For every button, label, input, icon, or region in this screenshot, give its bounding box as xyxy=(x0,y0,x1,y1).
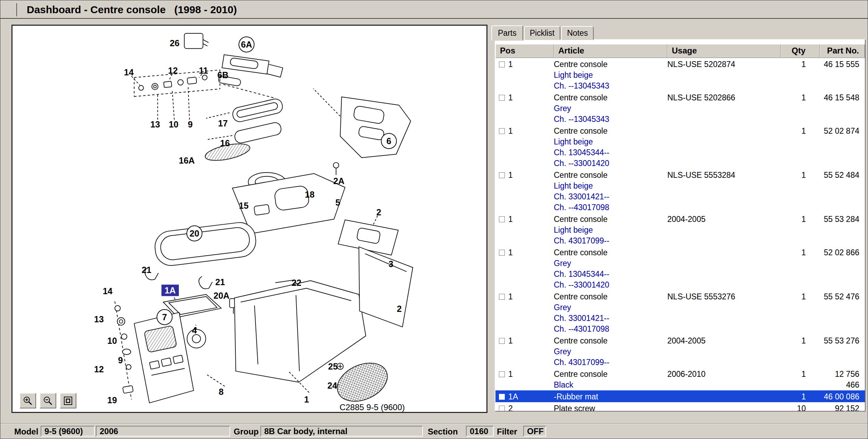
diagram-callout-16[interactable]: 16 xyxy=(220,139,230,148)
table-row[interactable]: 1Centre consoleBlack2006-2010112 756 466 xyxy=(495,368,865,390)
pos-label: 2 xyxy=(508,403,513,411)
row-checkbox[interactable] xyxy=(499,172,505,178)
row-checkbox[interactable] xyxy=(499,371,505,377)
row-checkbox[interactable] xyxy=(499,406,505,411)
pos-label: 1 xyxy=(508,247,513,258)
diagram-callout-12[interactable]: 12 xyxy=(94,365,104,374)
diagram-callout-1[interactable]: 1 xyxy=(304,395,309,404)
section-label: Section xyxy=(428,427,458,437)
diagram-callout-14[interactable]: 14 xyxy=(103,287,112,296)
diagram-callout-18[interactable]: 18 xyxy=(305,190,315,199)
row-checkbox[interactable] xyxy=(499,250,505,256)
diagram-callout-3[interactable]: 3 xyxy=(389,260,393,268)
row-checkbox[interactable] xyxy=(499,95,505,101)
column-header-part-no[interactable]: Part No. xyxy=(820,44,865,58)
diagram-callout-25[interactable]: 25 xyxy=(328,362,338,371)
diagram-callout-21[interactable]: 21 xyxy=(215,278,225,287)
fit-view-icon xyxy=(63,396,73,406)
diagram-callout-6b[interactable]: 6B xyxy=(217,71,228,80)
diagram-callout-2[interactable]: 2 xyxy=(397,305,402,313)
diagram-callout-21[interactable]: 21 xyxy=(142,266,151,274)
diagram-callout-12[interactable]: 12 xyxy=(168,66,178,75)
diagram-callout-9[interactable]: 9 xyxy=(188,120,193,129)
tab-notes[interactable]: Notes xyxy=(561,26,594,40)
diagram-callout-4[interactable]: 4 xyxy=(192,326,197,335)
diagram-panel[interactable]: 266A1412116B13109171616A2A61518522032121… xyxy=(11,25,487,413)
table-row[interactable]: 1Centre consoleLight beigeCh. 13045344--… xyxy=(495,125,865,169)
diagram-callout-1a[interactable]: 1A xyxy=(161,285,179,296)
qty-cell: 1 xyxy=(781,59,820,91)
article-detail: Ch. 13045344-- xyxy=(554,147,667,158)
table-row[interactable]: 1Centre consoleGreyCh. --13045343NLS-USE… xyxy=(495,91,865,125)
diagram-callout-20a[interactable]: 20A xyxy=(214,291,229,300)
column-header-usage[interactable]: Usage xyxy=(667,44,781,58)
column-header-pos[interactable]: Pos xyxy=(495,44,554,58)
diagram-callout-8[interactable]: 8 xyxy=(219,388,224,396)
row-checkbox[interactable] xyxy=(499,294,505,300)
model-label: Model xyxy=(14,427,38,437)
pos-label: 1 xyxy=(508,369,513,380)
column-header-article[interactable]: Article xyxy=(554,44,667,58)
zoom-in-button[interactable] xyxy=(19,393,36,408)
diagram-callout-20[interactable]: 20 xyxy=(186,225,202,241)
diagram-callout-22[interactable]: 22 xyxy=(292,279,301,287)
diagram-callout-2[interactable]: 2 xyxy=(376,208,381,217)
diagram-callout-13[interactable]: 13 xyxy=(94,315,104,324)
row-checkbox[interactable] xyxy=(499,61,505,67)
diagram-callout-11[interactable]: 11 xyxy=(199,66,208,75)
diagram-callout-6[interactable]: 6 xyxy=(381,133,397,149)
diagram-callout-10[interactable]: 10 xyxy=(107,337,117,345)
diagram-callout-26[interactable]: 26 xyxy=(170,39,180,48)
table-row[interactable]: 1Centre consoleLight beigeCh. --13045343… xyxy=(495,58,865,91)
table-row[interactable]: 2Plate screw1092 152 320 xyxy=(495,402,865,411)
diagram-callout-24[interactable]: 24 xyxy=(327,381,337,390)
table-row[interactable]: 1Centre consoleGreyCh. 43017099--2004-20… xyxy=(495,334,865,368)
table-row[interactable]: 1Centre consoleGreyCh. 13045344--Ch. --3… xyxy=(495,246,865,290)
diagram-callout-10[interactable]: 10 xyxy=(169,120,178,129)
diagram-callout-5[interactable]: 5 xyxy=(335,198,340,207)
zoom-out-button[interactable] xyxy=(40,393,56,408)
year-field: 2006 xyxy=(96,426,230,437)
diagram-callout-7[interactable]: 7 xyxy=(157,309,173,325)
part-no-label: 55 52 484 xyxy=(820,170,859,181)
article-cell: Centre consoleGreyCh. --13045343 xyxy=(554,92,667,125)
diagram-callout-6a[interactable]: 6A xyxy=(239,36,254,52)
table-row[interactable]: 1Centre consoleLight beigeCh. 43017099--… xyxy=(495,213,865,246)
article-label: Centre console xyxy=(554,170,667,181)
column-header-qty[interactable]: Qty xyxy=(781,44,820,58)
diagram-callout-17[interactable]: 17 xyxy=(218,119,228,128)
qty-label: 1 xyxy=(781,59,806,70)
table-row[interactable]: 1A-Rubber mat146 00 086 xyxy=(495,390,865,402)
diagram-callout-16a[interactable]: 16A xyxy=(179,156,195,165)
article-cell: -Rubber mat xyxy=(554,391,667,402)
tab-parts[interactable]: Parts xyxy=(491,25,523,41)
article-detail: Ch. 33001421-- xyxy=(554,313,667,324)
usage-cell: NLS-USE 5553276 xyxy=(667,291,781,334)
usage-label: NLS-USE 5553284 xyxy=(667,170,781,181)
diagram-callout-9[interactable]: 9 xyxy=(118,356,123,365)
diagram-callout-19[interactable]: 19 xyxy=(107,396,117,405)
diagram-callout-2a[interactable]: 2A xyxy=(333,177,344,185)
pos-label: 1 xyxy=(508,336,513,346)
table-row[interactable]: 1Centre consoleLight beigeCh. 33001421--… xyxy=(495,169,865,213)
qty-cell: 10 xyxy=(781,403,820,411)
zoom-fit-button[interactable] xyxy=(60,393,76,408)
row-checkbox[interactable] xyxy=(499,128,505,134)
usage-cell xyxy=(667,403,781,411)
part-no-label: 46 00 086 xyxy=(820,391,859,402)
tab-picklist[interactable]: Picklist xyxy=(524,26,561,40)
row-checkbox[interactable] xyxy=(499,394,505,400)
row-checkbox[interactable] xyxy=(499,338,505,344)
pos-label: 1 xyxy=(508,59,513,70)
article-cell: Centre consoleLight beigeCh. 43017099-- xyxy=(554,214,667,246)
table-row[interactable]: 1Centre consoleGreyCh. 33001421--Ch. --4… xyxy=(495,290,865,334)
usage-cell: 2004-2005 xyxy=(667,214,781,246)
part-no-label: 55 52 476 xyxy=(820,291,859,302)
diagram-callout-14[interactable]: 14 xyxy=(124,68,134,77)
diagram-callout-15[interactable]: 15 xyxy=(239,201,249,210)
table-header: PosArticleUsageQtyPart No. xyxy=(495,44,865,58)
pos-label: 1 xyxy=(508,214,513,225)
row-checkbox[interactable] xyxy=(499,216,505,222)
filter-field: OFF xyxy=(523,426,546,437)
diagram-callout-13[interactable]: 13 xyxy=(150,120,160,129)
